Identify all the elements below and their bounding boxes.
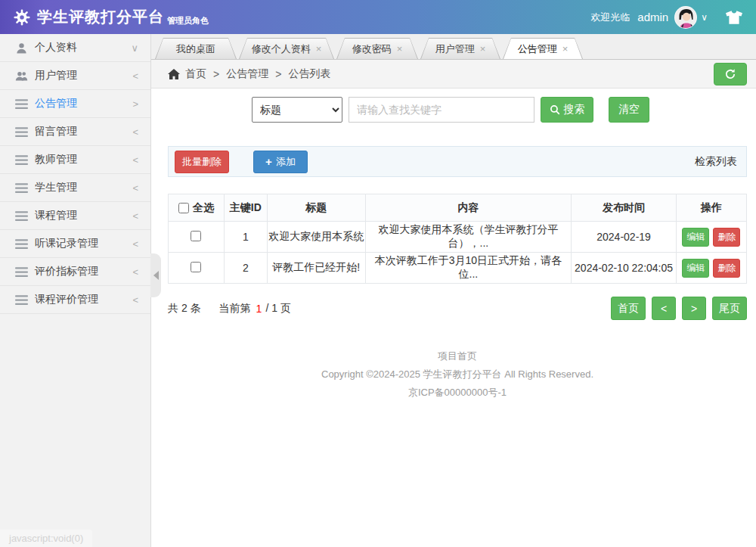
- menu-icon: [15, 266, 28, 278]
- breadcrumb-section[interactable]: 公告管理: [226, 67, 268, 81]
- tab-my-desktop[interactable]: 我的桌面: [155, 38, 237, 59]
- sidebar-item-label: 个人资料: [35, 41, 77, 54]
- sidebar-item-course-evaluations[interactable]: 课程评价管理 <: [0, 286, 150, 314]
- search-input[interactable]: [349, 97, 534, 123]
- pagination: 共 2 条 当前第 1 / 1 页 首页 < > 尾页: [168, 297, 747, 320]
- sidebar-item-teachers[interactable]: 教师管理 <: [0, 146, 150, 174]
- sidebar-item-users[interactable]: 用户管理 <: [0, 62, 150, 90]
- close-icon[interactable]: ×: [316, 44, 322, 54]
- menu-icon: [15, 154, 28, 166]
- clear-button[interactable]: 清空: [609, 97, 649, 123]
- last-page-button[interactable]: 尾页: [712, 297, 747, 320]
- cell-content: 欢迎大家使用本系统（学生评教打分平台），...: [365, 222, 572, 253]
- sidebar-item-eval-indicators[interactable]: 评价指标管理 <: [0, 258, 150, 286]
- cell-checkbox: [169, 222, 225, 253]
- icp-text: 京ICP备00000000号-1: [168, 384, 747, 402]
- table-header-row: 全选 主键ID 标题 内容 发布时间 操作: [169, 194, 747, 222]
- tab-bar: 我的桌面 修改个人资料 × 修改密码 × 用户管理 × 公告管理 ×: [151, 34, 756, 60]
- next-page-button[interactable]: >: [682, 297, 706, 320]
- batch-delete-label: 批量删除: [182, 155, 222, 169]
- edit-button[interactable]: 编辑: [682, 228, 709, 247]
- prev-page-button[interactable]: <: [652, 297, 676, 320]
- user-avatar[interactable]: [674, 6, 697, 29]
- first-page-button[interactable]: 首页: [611, 297, 646, 320]
- sidebar-item-profile[interactable]: 个人资料 ∨: [0, 34, 150, 62]
- tshirt-icon[interactable]: [726, 11, 742, 24]
- header-id: 主键ID: [224, 194, 267, 222]
- announcement-table: 全选 主键ID 标题 内容 发布时间 操作 1 欢迎大家使用本系统 欢迎大家使用…: [168, 194, 747, 284]
- toolbar: 批量删除 + 添加 检索列表: [168, 146, 747, 177]
- row-checkbox[interactable]: [191, 231, 201, 241]
- cell-title: 评教工作已经开始!: [267, 253, 365, 284]
- chevron-down-icon: ∨: [131, 42, 138, 54]
- pagination-info: 共 2 条 当前第 1 / 1 页: [168, 302, 291, 315]
- breadcrumb-current: 公告列表: [288, 67, 330, 81]
- tab-announcement-management[interactable]: 公告管理 ×: [503, 38, 583, 59]
- sidebar-item-label: 用户管理: [35, 69, 77, 82]
- sidebar-item-label: 教师管理: [35, 153, 77, 166]
- sidebar-item-announcements[interactable]: 公告管理 >: [0, 90, 150, 118]
- sidebar-item-label: 留言管理: [35, 125, 77, 138]
- username: admin: [637, 11, 668, 23]
- cell-id: 2: [224, 253, 267, 284]
- menu-icon: [15, 98, 28, 110]
- header-select-all: 全选: [169, 194, 225, 222]
- breadcrumb-separator: >: [275, 68, 281, 80]
- tab-label: 修改个人资料: [252, 42, 311, 56]
- tab-change-password[interactable]: 修改密码 ×: [336, 38, 418, 59]
- row-checkbox[interactable]: [191, 262, 201, 272]
- tab-user-management[interactable]: 用户管理 ×: [420, 38, 500, 59]
- sidebar-item-messages[interactable]: 留言管理 <: [0, 118, 150, 146]
- table-row: 1 欢迎大家使用本系统 欢迎大家使用本系统（学生评教打分平台），... 2024…: [169, 222, 747, 253]
- cell-title: 欢迎大家使用本系统: [267, 222, 365, 253]
- add-button[interactable]: + 添加: [253, 151, 308, 173]
- home-icon: [168, 69, 180, 79]
- breadcrumb: 首页 > 公告管理 > 公告列表: [151, 60, 756, 89]
- table-row: 2 评教工作已经开始! 本次评教工作于3月10日正式开始，请各位... 2024…: [169, 253, 747, 284]
- breadcrumb-home[interactable]: 首页: [185, 67, 206, 81]
- header-title: 标题: [267, 194, 365, 222]
- close-icon[interactable]: ×: [397, 44, 403, 54]
- chevron-left-icon: <: [132, 294, 138, 306]
- plus-icon: +: [265, 156, 272, 167]
- gear-icon: [14, 9, 30, 26]
- tab-label: 我的桌面: [176, 42, 215, 56]
- edit-button[interactable]: 编辑: [682, 259, 709, 278]
- refresh-button[interactable]: [714, 63, 747, 85]
- header-time: 发布时间: [572, 194, 677, 222]
- app-header: 学生评教打分平台 管理员角色 欢迎光临 admin ∨: [0, 0, 756, 34]
- app-logo: 学生评教打分平台 管理员角色: [0, 7, 209, 27]
- sidebar-item-lecture-records[interactable]: 听课记录管理 <: [0, 230, 150, 258]
- tab-edit-profile[interactable]: 修改个人资料 ×: [239, 38, 334, 59]
- header-user-area: 欢迎光临 admin ∨: [590, 6, 756, 29]
- sidebar-item-label: 学生管理: [35, 181, 77, 194]
- pagination-buttons: 首页 < > 尾页: [611, 297, 747, 320]
- cell-id: 1: [224, 222, 267, 253]
- current-page-number: 1: [256, 303, 262, 315]
- sidebar: 个人资料 ∨ 用户管理 < 公告管理 > 留言管理 < 教师管理 < 学生管: [0, 34, 151, 547]
- search-field-select[interactable]: 标题: [252, 97, 342, 123]
- close-icon[interactable]: ×: [562, 44, 569, 54]
- chevron-left-icon: <: [132, 70, 138, 82]
- sidebar-item-courses[interactable]: 课程管理 <: [0, 202, 150, 230]
- person-icon: [15, 42, 28, 54]
- users-icon: [15, 70, 28, 82]
- sidebar-item-students[interactable]: 学生管理 <: [0, 174, 150, 202]
- user-menu-chevron-icon[interactable]: ∨: [701, 12, 708, 23]
- delete-button[interactable]: 删除: [713, 259, 740, 278]
- batch-delete-button[interactable]: 批量删除: [175, 151, 229, 173]
- project-home-link[interactable]: 项目首页: [168, 347, 747, 365]
- search-button[interactable]: 搜索: [541, 97, 593, 123]
- menu-icon: [15, 238, 28, 250]
- delete-button[interactable]: 删除: [713, 228, 740, 247]
- cell-actions: 编辑 删除: [676, 253, 746, 284]
- current-page-label: 当前第: [219, 302, 251, 315]
- main-area: 我的桌面 修改个人资料 × 修改密码 × 用户管理 × 公告管理 ×: [151, 34, 756, 547]
- select-all-checkbox[interactable]: [178, 203, 189, 213]
- tab-label: 用户管理: [435, 42, 475, 56]
- browser-status-tooltip: javascript:void(0): [0, 530, 92, 547]
- close-icon[interactable]: ×: [480, 44, 486, 54]
- add-button-label: 添加: [276, 155, 296, 169]
- sidebar-collapse-handle[interactable]: [150, 253, 161, 297]
- sidebar-item-label: 课程评价管理: [35, 293, 98, 306]
